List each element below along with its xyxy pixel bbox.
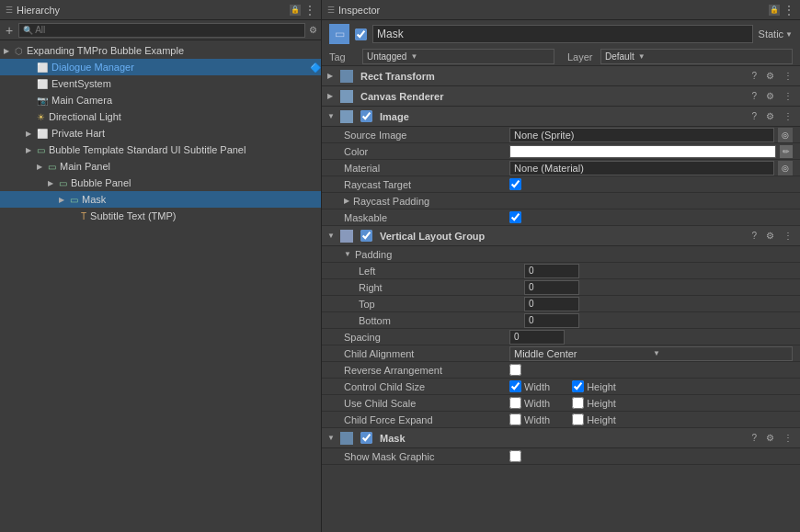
child-force-expand-values: Width Height — [509, 413, 616, 425]
padding-section-header[interactable]: ▼ Padding — [322, 246, 800, 263]
rect-settings-btn[interactable]: ⚙ — [764, 71, 776, 81]
tree-label-subtitletext: Subtitle Text (TMP) — [90, 210, 176, 221]
canvas-icon: ▭ — [59, 178, 67, 188]
hierarchy-icon: ☰ — [6, 6, 13, 15]
inspector-icon: ☰ — [327, 6, 335, 15]
tree-label-dialogue: Dialogue Manager — [51, 62, 134, 73]
canvas-menu-btn[interactable]: ⋮ — [782, 91, 794, 101]
tree-item-mainpanel[interactable]: ▶ ▭ Main Panel — [0, 158, 321, 175]
show-mask-graphic-checkbox[interactable] — [509, 450, 521, 462]
material-input[interactable]: None (Material) — [509, 161, 774, 175]
layer-dropdown[interactable]: Default ▼ — [600, 49, 793, 64]
source-image-browse[interactable]: ◎ — [778, 128, 793, 142]
child-force-expand-height-checkbox[interactable] — [572, 413, 584, 425]
image-enabled-checkbox[interactable] — [360, 110, 372, 122]
padding-top-input[interactable] — [524, 297, 579, 311]
rect-transform-actions: ? ⚙ ⋮ — [749, 71, 794, 81]
object-name-input[interactable] — [372, 25, 753, 43]
vlg-menu-btn[interactable]: ⋮ — [782, 231, 794, 241]
object-active-checkbox[interactable] — [355, 28, 367, 40]
static-dropdown[interactable]: Static ▼ — [759, 28, 793, 40]
control-child-size-width-checkbox[interactable] — [509, 380, 521, 392]
vlg-enabled-checkbox[interactable] — [360, 230, 372, 242]
mask-enabled-checkbox[interactable] — [360, 432, 372, 444]
mask-help-btn[interactable]: ? — [749, 433, 759, 443]
child-alignment-dropdown[interactable]: Middle Center ▼ — [509, 346, 793, 361]
mask-comp-actions: ? ⚙ ⋮ — [749, 433, 794, 443]
inspector-menu-btn[interactable]: ⋮ — [783, 4, 794, 17]
source-image-input[interactable]: None (Sprite) — [509, 128, 774, 142]
canvas-settings-btn[interactable]: ⚙ — [764, 91, 776, 101]
layer-label: Layer — [567, 51, 595, 62]
canvas-help-btn[interactable]: ? — [749, 91, 759, 101]
hierarchy-menu-btn[interactable]: ⋮ — [304, 4, 315, 17]
vlg-settings-btn[interactable]: ⚙ — [764, 231, 776, 241]
raycast-target-checkbox[interactable] — [509, 178, 521, 190]
tree-label-eventsystem: EventSystem — [51, 78, 111, 89]
hierarchy-search-input[interactable] — [35, 25, 301, 35]
image-help-btn[interactable]: ? — [749, 111, 759, 121]
hierarchy-filter-btn[interactable]: ⚙ — [309, 25, 317, 35]
spacing-input[interactable] — [509, 330, 565, 345]
mask-settings-btn[interactable]: ⚙ — [764, 433, 776, 443]
padding-right-input[interactable] — [524, 280, 579, 295]
color-picker[interactable] — [509, 145, 776, 158]
vertical-layout-header[interactable]: ▼ Vertical Layout Group ? ⚙ ⋮ — [322, 226, 800, 246]
tree-item-expanding[interactable]: ▶ ⬡ Expanding TMPro Bubble Example — [0, 42, 321, 59]
vlg-help-btn[interactable]: ? — [749, 231, 759, 241]
mask-arrow: ▼ — [327, 434, 337, 442]
padding-bottom-input[interactable] — [524, 313, 579, 328]
text-icon: T — [81, 211, 86, 221]
reverse-arrangement-checkbox[interactable] — [509, 364, 521, 376]
material-browse[interactable]: ◎ — [778, 161, 793, 175]
use-child-scale-height-checkbox[interactable] — [572, 397, 584, 409]
tree-item-dialogue[interactable]: ⬜ Dialogue Manager 🔷 — [0, 59, 321, 75]
rect-menu-btn[interactable]: ⋮ — [782, 71, 794, 81]
mask-comp-header[interactable]: ▼ Mask ? ⚙ ⋮ — [322, 428, 800, 448]
raycast-padding-header[interactable]: ▶ Raycast Padding — [322, 193, 800, 209]
mask-menu-btn[interactable]: ⋮ — [782, 433, 794, 443]
padding-left-label: Left — [359, 266, 524, 277]
rect-help-btn[interactable]: ? — [749, 71, 759, 81]
tree-item-mask[interactable]: ▶ ▭ Mask — [0, 191, 321, 208]
control-child-size-height-checkbox[interactable] — [572, 380, 584, 392]
padding-bottom-label: Bottom — [359, 315, 524, 326]
image-menu-btn[interactable]: ⋮ — [782, 111, 794, 121]
tree-item-maincamera[interactable]: 📷 Main Camera — [0, 92, 321, 108]
tree-item-privatehart[interactable]: ▶ ⬜ Private Hart — [0, 125, 321, 141]
tag-dropdown[interactable]: Untagged ▼ — [362, 49, 554, 64]
canvas-icon: ▭ — [70, 195, 78, 205]
prop-padding-right: Right — [322, 279, 800, 296]
child-force-expand-width-checkbox[interactable] — [509, 413, 521, 425]
tree-item-bubblepanel[interactable]: ▶ ▭ Bubble Panel — [0, 175, 321, 191]
canvas-renderer-title: Canvas Renderer — [360, 91, 746, 102]
use-child-scale-values: Width Height — [509, 397, 616, 409]
tag-arrow: ▼ — [410, 52, 417, 61]
hierarchy-add-btn[interactable]: + — [4, 23, 15, 38]
tree-label-mainpanel: Main Panel — [60, 161, 110, 172]
maskable-checkbox[interactable] — [509, 211, 521, 223]
tree-item-subtitletext[interactable]: T Subtitle Text (TMP) — [0, 208, 321, 224]
inspector-lock-btn[interactable]: 🔒 — [769, 5, 780, 16]
canvas-renderer-header[interactable]: ▶ Canvas Renderer ? ⚙ ⋮ — [322, 86, 800, 107]
hierarchy-tree: ▶ ⬡ Expanding TMPro Bubble Example ⬜ Dia… — [0, 40, 321, 532]
use-child-scale-width-checkbox[interactable] — [509, 397, 521, 409]
rect-transform-header[interactable]: ▶ Rect Transform ? ⚙ ⋮ — [322, 66, 800, 86]
hierarchy-lock-btn[interactable]: 🔒 — [290, 5, 301, 16]
source-image-label: Source Image — [344, 130, 509, 141]
child-force-expand-height: Height — [572, 413, 616, 425]
rect-transform-title: Rect Transform — [360, 71, 746, 82]
hierarchy-search-box[interactable]: 🔍 — [18, 23, 305, 38]
cube-icon: ⬜ — [37, 129, 48, 139]
child-alignment-arrow: ▼ — [653, 349, 788, 357]
padding-left-input[interactable] — [524, 264, 579, 278]
tree-item-bubbletemplate[interactable]: ▶ ▭ Bubble Template Standard UI Subtitle… — [0, 141, 321, 158]
color-eyedropper[interactable]: ✏ — [780, 145, 793, 158]
image-header[interactable]: ▼ Image ? ⚙ ⋮ — [322, 107, 800, 127]
prop-child-alignment: Child Alignment Middle Center ▼ — [322, 345, 800, 362]
raycast-padding-arrow: ▶ — [344, 197, 349, 205]
control-child-size-width-label: Width — [524, 381, 550, 392]
tree-item-directionallight[interactable]: ☀ Directional Light — [0, 108, 321, 125]
image-settings-btn[interactable]: ⚙ — [764, 111, 776, 121]
tree-item-eventsystem[interactable]: ⬜ EventSystem — [0, 75, 321, 92]
